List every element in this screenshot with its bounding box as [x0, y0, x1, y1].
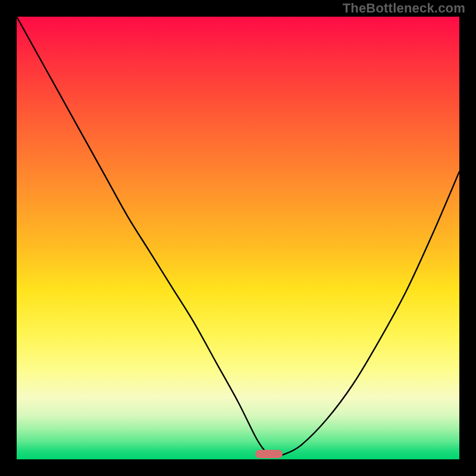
plot-area	[17, 17, 459, 459]
watermark-text: TheBottleneck.com	[343, 1, 465, 16]
optimal-marker	[255, 450, 283, 458]
bottleneck-curve	[17, 17, 459, 459]
chart-frame: TheBottleneck.com	[0, 0, 476, 476]
